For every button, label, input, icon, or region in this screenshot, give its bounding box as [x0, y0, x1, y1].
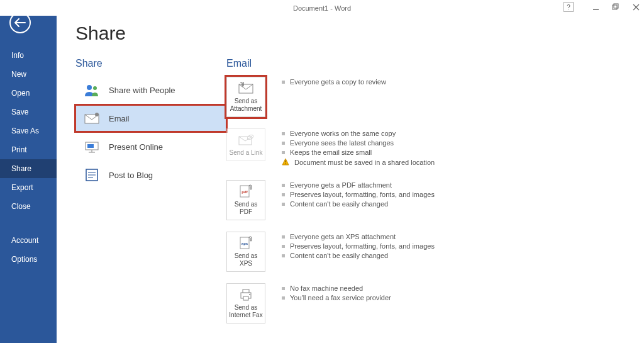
window-controls: ?	[564, 2, 640, 12]
minimize-button[interactable]	[591, 3, 600, 11]
email-row-attachment: Send as Attachment Everyone gets a copy …	[226, 77, 644, 117]
email-heading: Email	[226, 58, 644, 69]
bullet-icon	[282, 142, 285, 145]
send-as-xps-button[interactable]: xps Send as XPS	[226, 232, 265, 272]
email-desc: Everyone gets a PDF attachment Preserves…	[282, 180, 644, 210]
send-as-fax-button[interactable]: Send as Internet Fax	[226, 283, 265, 323]
restore-button[interactable]	[611, 3, 620, 11]
nav-export[interactable]: Export	[0, 178, 57, 197]
share-options-panel: Share Share with People Email Present On…	[75, 58, 226, 335]
share-option-label: Email	[109, 114, 130, 123]
button-label: Send as PDF	[229, 201, 263, 216]
email-desc: Everyone gets a copy to review	[282, 77, 644, 87]
button-label: Send as XPS	[229, 252, 263, 267]
email-row-fax: Send as Internet Fax No fax machine need…	[226, 283, 644, 323]
share-option-label: Share with People	[109, 86, 175, 95]
svg-text:xps: xps	[242, 242, 248, 245]
attachment-icon	[236, 81, 255, 95]
email-desc: Everyone works on the same copy Everyone…	[282, 128, 644, 169]
projector-icon	[84, 138, 100, 155]
bullet-icon	[282, 193, 285, 196]
nav-close[interactable]: Close	[0, 197, 57, 216]
nav-save[interactable]: Save	[0, 103, 57, 121]
send-as-attachment-button[interactable]: Send as Attachment	[226, 77, 265, 117]
svg-point-18	[95, 113, 99, 116]
nav-account[interactable]: Account	[0, 231, 57, 250]
send-as-pdf-button[interactable]: pdf Send as PDF	[226, 180, 265, 220]
email-options-panel: Email Send as Attachment Everyone gets a…	[226, 58, 644, 335]
xps-icon: xps	[236, 236, 255, 250]
svg-rect-37	[243, 290, 249, 293]
email-desc: No fax machine needed You'll need a fax …	[282, 283, 644, 303]
nav-print[interactable]: Print	[0, 140, 57, 159]
email-icon	[84, 110, 100, 127]
bullet-icon	[282, 81, 285, 84]
svg-rect-12	[614, 4, 618, 8]
help-button[interactable]: ?	[564, 2, 574, 12]
share-option-label: Present Online	[109, 142, 163, 152]
nav-save-as[interactable]: Save As	[0, 121, 57, 140]
window-title: Document1 - Word	[293, 4, 351, 12]
bullet-icon	[282, 245, 285, 248]
svg-point-16	[93, 86, 97, 90]
email-row-link: Send a Link Everyone works on the same c…	[226, 128, 644, 169]
email-row-pdf: pdf Send as PDF Everyone gets a PDF atta…	[226, 180, 644, 220]
bullet-icon	[282, 151, 285, 154]
people-icon	[84, 82, 100, 98]
backstage-sidebar: Info New Open Save Save As Print Share E…	[0, 0, 57, 343]
share-option-post-blog[interactable]: Post to Blog	[75, 162, 226, 188]
svg-rect-38	[243, 296, 248, 300]
bullet-icon	[282, 132, 285, 135]
bullet-icon	[282, 254, 285, 257]
link-icon	[236, 133, 255, 147]
bullet-icon	[282, 184, 285, 187]
share-option-label: Post to Blog	[109, 171, 153, 180]
svg-point-39	[249, 294, 250, 295]
button-label: Send as Attachment	[229, 98, 263, 113]
button-label: Send a Link	[230, 149, 263, 157]
share-option-email[interactable]: Email	[75, 105, 226, 132]
svg-point-31	[285, 163, 286, 164]
button-label: Send as Internet Fax	[229, 304, 263, 319]
bullet-icon	[282, 203, 285, 206]
svg-point-15	[87, 85, 92, 90]
svg-text:pdf: pdf	[242, 190, 248, 194]
share-heading: Share	[75, 58, 226, 69]
titlebar: Document1 - Word ?	[0, 0, 644, 16]
svg-rect-20	[87, 144, 94, 148]
email-row-xps: xps Send as XPS Everyone gets an XPS att…	[226, 232, 644, 272]
email-desc: Everyone gets an XPS attachment Preserve…	[282, 232, 644, 261]
bullet-icon	[282, 287, 285, 290]
warning-icon	[282, 158, 289, 167]
pdf-icon: pdf	[236, 184, 255, 198]
share-option-present-online[interactable]: Present Online	[75, 133, 226, 160]
backstage-content: Share Share Share with People Email	[57, 0, 644, 343]
nav-info[interactable]: Info	[0, 46, 57, 65]
send-a-link-button: Send a Link	[226, 128, 265, 161]
nav-open[interactable]: Open	[0, 84, 57, 103]
close-button[interactable]	[631, 3, 640, 11]
page-title: Share	[75, 23, 644, 44]
blog-icon	[84, 167, 100, 183]
fax-icon	[236, 288, 255, 301]
share-option-people[interactable]: Share with People	[75, 77, 226, 103]
bullet-icon	[282, 235, 285, 239]
bullet-icon	[282, 296, 285, 300]
svg-rect-11	[613, 5, 617, 9]
nav-new[interactable]: New	[0, 65, 57, 84]
nav-share[interactable]: Share	[0, 159, 57, 178]
nav-options[interactable]: Options	[0, 250, 57, 269]
